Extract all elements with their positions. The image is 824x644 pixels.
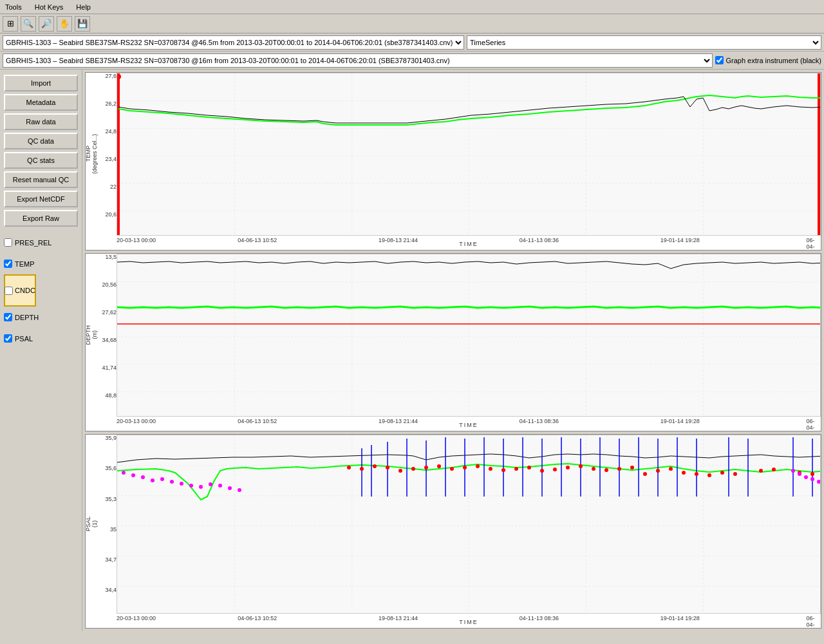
toolbar: ⊞ 🔍 🔎 ✋ 💾 — [0, 14, 824, 33]
menu-tools[interactable]: Tools — [3, 2, 24, 12]
svg-point-88 — [540, 469, 544, 473]
svg-point-89 — [553, 468, 557, 471]
svg-point-111 — [791, 469, 795, 473]
svg-point-42 — [180, 482, 183, 486]
menu-help[interactable]: Help — [73, 2, 93, 12]
qc-data-button[interactable]: QC data — [4, 133, 78, 149]
svg-point-46 — [218, 484, 222, 488]
svg-point-114 — [810, 477, 814, 481]
svg-point-77 — [398, 469, 402, 473]
selector-row-1: GBRHIS-1303 – Seabird SBE37SM-RS232 SN=0… — [0, 33, 824, 52]
temp-time-label: TIME — [117, 241, 821, 247]
selector-row-2: GBRHIS-1303 – Seabird SBE37SM-RS232 SN=0… — [0, 52, 824, 70]
psal-check-label: PSAL — [4, 333, 78, 344]
toolbar-zoom-in-btn[interactable]: 🔍 — [21, 16, 36, 32]
pres-rel-check-label: PRES_REL — [4, 237, 78, 248]
pres-rel-checkbox[interactable] — [4, 238, 12, 247]
y-psal-6: 34,4 — [105, 587, 117, 593]
import-button[interactable]: Import — [4, 75, 78, 91]
depth-check-label: DEPTH — [4, 312, 78, 323]
psal-label: PSAL — [15, 335, 33, 343]
psal-time-label: TIME — [117, 619, 821, 625]
y-depth-3: 27,62 — [102, 309, 117, 316]
export-netcdf-button[interactable]: Export NetCDF — [4, 191, 78, 207]
psal-checkbox[interactable] — [4, 334, 12, 343]
view-type-selector[interactable]: TimeSeries — [467, 35, 821, 50]
svg-point-82 — [463, 466, 467, 469]
y-psal-5: 34,7 — [105, 556, 117, 563]
svg-point-85 — [501, 468, 505, 472]
y-depth-4: 34,68 — [102, 337, 117, 343]
psal-svg — [117, 435, 820, 613]
svg-point-113 — [804, 475, 808, 479]
svg-point-48 — [238, 488, 241, 492]
svg-point-96 — [643, 472, 647, 476]
svg-point-83 — [476, 464, 480, 468]
cndc-check-label: CNDC — [5, 285, 35, 296]
svg-point-44 — [199, 485, 203, 489]
svg-point-91 — [579, 464, 583, 468]
svg-point-43 — [189, 484, 193, 488]
svg-point-40 — [160, 477, 164, 481]
svg-point-74 — [360, 467, 364, 471]
svg-point-76 — [386, 466, 389, 469]
y-psal-1: 35,9 — [105, 435, 117, 441]
svg-rect-10 — [117, 73, 120, 235]
svg-point-73 — [347, 466, 351, 469]
svg-point-87 — [527, 466, 531, 469]
temp-label: TEMP — [15, 260, 35, 268]
svg-point-47 — [228, 486, 232, 490]
psal-chart: PSAL (1) 35,9 35,6 35,3 35 34,7 34,4 — [85, 434, 821, 629]
cndc-checkbox[interactable] — [5, 287, 13, 295]
y-psal-2: 35,6 — [105, 465, 117, 471]
metadata-button[interactable]: Metadata — [4, 94, 78, 111]
svg-point-107 — [810, 472, 814, 476]
depth-svg — [117, 254, 820, 416]
export-raw-button[interactable]: Export Raw — [4, 210, 78, 227]
menu-hotkeys[interactable]: Hot Keys — [32, 2, 66, 12]
svg-point-100 — [695, 472, 698, 476]
temp-checkbox[interactable] — [4, 260, 12, 268]
toolbar-save-btn[interactable]: 💾 — [75, 16, 90, 32]
cndc-label: CNDC — [15, 287, 35, 294]
toolbar-zoom-out-btn[interactable]: 🔎 — [39, 16, 54, 32]
svg-point-84 — [489, 467, 492, 471]
cndc-box: CNDC — [4, 274, 36, 307]
extra-instrument-label: Graph extra instrument (black) — [715, 56, 821, 64]
svg-point-98 — [669, 467, 673, 471]
svg-point-97 — [656, 469, 660, 473]
svg-point-38 — [141, 475, 145, 479]
menubar: Tools Hot Keys Help — [0, 0, 824, 14]
temp-svg — [117, 73, 820, 235]
dataset-selector-1[interactable]: GBRHIS-1303 – Seabird SBE37SM-RS232 SN=0… — [3, 35, 464, 50]
raw-data-button[interactable]: Raw data — [4, 113, 78, 130]
depth-checkbox[interactable] — [4, 313, 12, 321]
toolbar-home-btn[interactable]: ⊞ — [3, 16, 18, 32]
svg-point-36 — [122, 471, 126, 475]
depth-label: DEPTH — [15, 314, 39, 321]
extra-instrument-checkbox[interactable] — [715, 56, 724, 64]
svg-point-37 — [131, 473, 135, 477]
svg-point-90 — [566, 466, 570, 469]
qc-stats-button[interactable]: QC stats — [4, 152, 78, 169]
y-depth-2: 20,56 — [102, 281, 117, 288]
toolbar-pan-btn[interactable]: ✋ — [57, 16, 72, 32]
temp-chart: TEMP (degrees Cel...) 27,6 26,2 24,8 23,… — [85, 72, 821, 251]
pres-rel-label: PRES_REL — [15, 239, 52, 247]
psal-y-title: PSAL (1) — [85, 516, 98, 531]
y-depth-5: 41,74 — [102, 365, 117, 371]
dataset-selector-2[interactable]: GBRHIS-1303 – Seabird SBE37SM-RS232 SN=0… — [3, 53, 713, 68]
depth-chart: DEPTH (m) 13,5 20,56 27,62 34,68 41,74 4… — [85, 253, 821, 431]
y-depth-6: 48,8 — [105, 392, 117, 399]
temp-y-title: TEMP (degrees Cel...) — [85, 134, 98, 174]
svg-point-92 — [592, 467, 595, 471]
svg-point-103 — [733, 472, 737, 476]
svg-point-81 — [450, 467, 454, 471]
depth-time-label: TIME — [117, 422, 821, 428]
y-temp-2: 26,2 — [105, 100, 117, 107]
svg-point-93 — [604, 468, 608, 472]
svg-point-45 — [209, 482, 212, 486]
reset-manual-qc-button[interactable]: Reset manual QC — [4, 171, 78, 188]
extra-instrument-text: Graph extra instrument (black) — [726, 57, 821, 64]
svg-point-78 — [411, 467, 415, 471]
